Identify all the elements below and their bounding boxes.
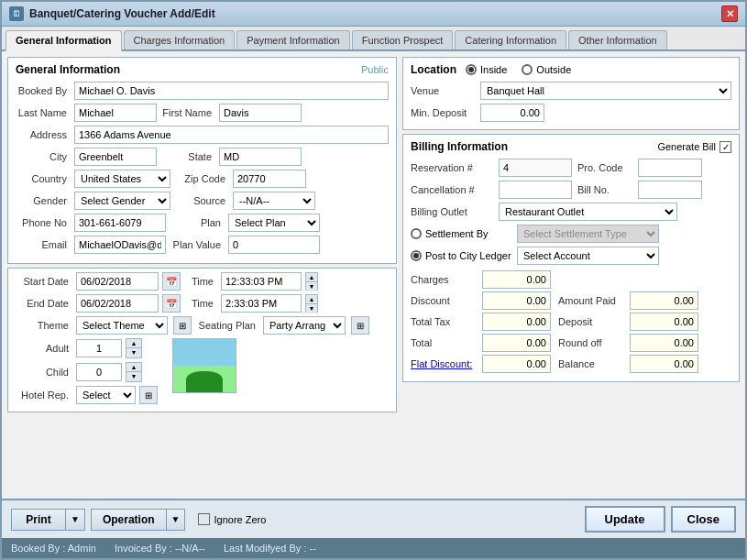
start-time-spinner[interactable]: ▲▼: [305, 272, 318, 291]
end-time-spinner[interactable]: ▲▼: [305, 294, 318, 313]
generate-bill-checkbox-group[interactable]: Generate Bill ✓: [657, 141, 731, 153]
billing-title: Billing Information: [411, 140, 508, 153]
post-to-city-row: Post to City Ledger Select Account: [411, 247, 731, 265]
settlement-type-select[interactable]: Select Settlement Type: [517, 225, 659, 243]
end-time-label: Time: [184, 298, 217, 309]
plan-value-input[interactable]: [228, 236, 320, 254]
end-date-row: End Date 📅 Time ▲▼: [16, 294, 389, 313]
bill-no-label: Bill No.: [577, 184, 632, 195]
tab-function-prospect[interactable]: Function Prospect: [352, 30, 454, 49]
charges-label: Charges: [411, 274, 475, 285]
ignore-zero-label: Ignore Zero: [214, 514, 266, 525]
discount-input[interactable]: [482, 291, 551, 310]
seating-plan-extra-button[interactable]: ⊞: [351, 316, 369, 335]
address-input[interactable]: [74, 126, 389, 144]
state-input[interactable]: [219, 148, 302, 166]
venue-select[interactable]: Banquet Hall: [480, 82, 731, 100]
billing-outlet-select[interactable]: Restaurant Outlet: [499, 203, 677, 221]
child-spinner[interactable]: ▲▼: [126, 362, 142, 382]
booked-by-input[interactable]: [74, 82, 389, 100]
account-select[interactable]: Select Account: [517, 247, 659, 265]
tab-other-information[interactable]: Other Information: [568, 30, 667, 49]
ignore-zero-group[interactable]: Ignore Zero: [198, 513, 266, 525]
flat-discount-input[interactable]: [482, 355, 551, 373]
update-button[interactable]: Update: [585, 506, 665, 533]
main-window: 🗓 Banquet/Catering Voucher Add/Edit ✕ Ge…: [0, 0, 747, 560]
source-select[interactable]: --N/A--: [233, 192, 315, 210]
hotel-rep-select[interactable]: Select: [76, 386, 136, 404]
tab-catering-information[interactable]: Catering Information: [455, 30, 566, 49]
amount-paid-input[interactable]: [630, 291, 698, 310]
tab-payment-information[interactable]: Payment Information: [236, 30, 350, 49]
inside-radio-circle: [466, 64, 477, 75]
email-label: Email: [16, 239, 71, 250]
amounts-area: Charges Discount Amount Paid Total Tax: [411, 270, 731, 373]
close-button[interactable]: Close: [671, 506, 736, 533]
balance-input[interactable]: [630, 355, 698, 373]
inside-radio[interactable]: Inside: [466, 64, 507, 75]
outside-label: Outside: [536, 64, 571, 75]
deposit-label: Deposit: [558, 316, 622, 327]
pro-code-input[interactable]: [638, 159, 702, 177]
country-select[interactable]: United States: [74, 170, 170, 188]
operation-button-group: Operation ▼: [91, 509, 186, 531]
source-label: Source: [174, 195, 229, 206]
generate-bill-checkbox[interactable]: ✓: [720, 141, 731, 153]
end-date-input[interactable]: [76, 294, 159, 313]
cancellation-input[interactable]: [499, 181, 572, 199]
tabs-bar: General Information Charges Information …: [2, 27, 745, 51]
theme-extra-button[interactable]: ⊞: [173, 316, 192, 335]
end-date-calendar-button[interactable]: 📅: [162, 294, 181, 313]
operation-button[interactable]: Operation: [91, 509, 167, 531]
last-name-input[interactable]: [74, 104, 157, 122]
print-button[interactable]: Print: [11, 509, 66, 531]
gender-select[interactable]: Select Gender: [74, 192, 170, 210]
bill-no-input[interactable]: [638, 181, 702, 199]
min-deposit-input[interactable]: [480, 104, 544, 122]
plan-select[interactable]: Select Plan: [228, 214, 320, 232]
country-zip-row: Country United States Zip Code: [16, 170, 389, 188]
hotel-rep-extra-button[interactable]: ⊞: [139, 386, 158, 404]
outside-radio[interactable]: Outside: [522, 64, 571, 75]
start-date-row: Start Date 📅 Time ▲▼: [16, 272, 389, 291]
start-date-input[interactable]: [76, 272, 159, 291]
charges-input[interactable]: [482, 270, 551, 289]
total-input[interactable]: [482, 334, 551, 352]
seating-plan-select[interactable]: Party Arrang: [263, 316, 346, 335]
end-time-input[interactable]: [221, 294, 302, 313]
adult-spinner[interactable]: ▲▼: [126, 338, 142, 358]
billing-outlet-label: Billing Outlet: [411, 206, 493, 217]
address-label: Address: [16, 129, 71, 140]
flat-discount-link[interactable]: Flat Discount:: [411, 358, 475, 369]
start-date-calendar-button[interactable]: 📅: [162, 272, 181, 291]
theme-select[interactable]: Select Theme: [76, 316, 168, 335]
settlement-by-radio[interactable]: Settlement By: [411, 228, 511, 239]
close-window-button[interactable]: ✕: [721, 5, 738, 22]
tab-charges-information[interactable]: Charges Information: [124, 30, 236, 49]
seating-plan-label: Seating Plan: [195, 320, 259, 331]
total-tax-input[interactable]: [482, 313, 551, 331]
post-to-city-radio[interactable]: Post to City Ledger: [411, 250, 511, 261]
print-dropdown-button[interactable]: ▼: [66, 509, 85, 531]
reservation-input[interactable]: [499, 159, 572, 177]
phone-input[interactable]: [74, 214, 166, 232]
round-off-input[interactable]: [630, 334, 698, 352]
adult-input[interactable]: [76, 339, 122, 357]
deposit-input[interactable]: [630, 313, 698, 331]
child-input[interactable]: [76, 363, 122, 381]
first-name-input[interactable]: [219, 104, 302, 122]
state-label: State: [160, 151, 215, 162]
operation-dropdown-button[interactable]: ▼: [167, 509, 186, 531]
ignore-zero-checkbox[interactable]: [198, 513, 210, 525]
post-to-city-label: Post to City Ledger: [425, 250, 511, 261]
start-time-input[interactable]: [221, 272, 302, 291]
tab-general-information[interactable]: General Information: [5, 30, 122, 51]
email-input[interactable]: [74, 236, 166, 254]
status-bar: Booked By : Admin Invoiced By : --N/A-- …: [2, 538, 745, 558]
status-invoiced-by: Invoiced By : --N/A--: [115, 543, 205, 554]
general-information-section: General Information Public Booked By Las…: [7, 57, 397, 264]
zip-code-input[interactable]: [233, 170, 306, 188]
city-input[interactable]: [74, 148, 157, 166]
min-deposit-row: Min. Deposit: [411, 104, 731, 122]
hotel-rep-label: Hotel Rep.: [16, 390, 72, 401]
